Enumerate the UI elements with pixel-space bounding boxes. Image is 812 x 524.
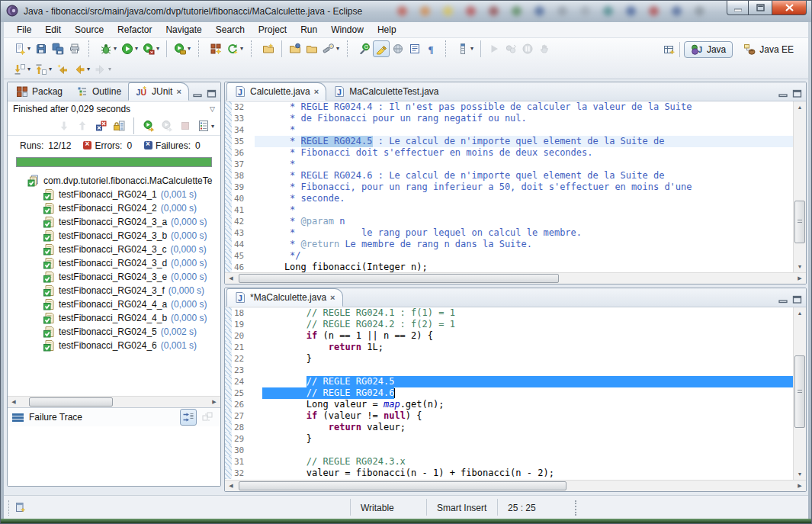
test-row[interactable]: testFibonacci_RG024_1(0,001 s) <box>8 188 220 201</box>
annotation-ruler[interactable] <box>225 204 232 216</box>
stop-junit-button[interactable] <box>177 117 194 134</box>
annotation-ruler[interactable] <box>225 113 232 124</box>
annotation-ruler[interactable] <box>225 445 232 456</box>
code-line[interactable]: 45 */ <box>225 250 793 262</box>
annotation-ruler[interactable] <box>225 330 232 342</box>
junit-prev-fail-button[interactable] <box>74 117 91 134</box>
annotation-ruler[interactable] <box>225 182 232 193</box>
dropdown-arrow-icon[interactable]: ▾ <box>49 66 52 72</box>
code-text[interactable]: * <box>255 159 793 170</box>
maximize-button[interactable] <box>749 1 772 15</box>
code-text[interactable]: return 1L; <box>255 342 793 353</box>
test-suite-row[interactable]: com.dvp.tutoriel.fibonacci.MaCalculetteT… <box>8 174 220 188</box>
dropdown-arrow-icon[interactable]: ▾ <box>470 45 473 52</box>
close-button[interactable] <box>772 1 807 15</box>
menu-refactor[interactable]: Refactor <box>111 23 159 37</box>
code-text[interactable]: * @param n <box>255 216 793 227</box>
test-row[interactable]: testFibonacci_RG024_3_b(0,000 s) <box>8 229 220 243</box>
maximize-view-icon[interactable] <box>791 293 802 302</box>
open-folder-blue-button[interactable] <box>287 40 303 57</box>
annotation-ruler[interactable] <box>225 262 232 272</box>
top-editor-hscrollbar[interactable]: ◀ ▶ <box>225 272 806 284</box>
code-line[interactable]: 31 // REGLE RG024.3.x <box>225 456 793 468</box>
dropdown-arrow-icon[interactable]: ▾ <box>114 45 117 52</box>
annotation-ruler[interactable] <box>225 101 232 113</box>
rerun-failed-button[interactable] <box>159 117 175 134</box>
resume-button[interactable] <box>486 40 502 57</box>
forward-button[interactable]: ▾ <box>92 61 114 78</box>
step-gears-button[interactable] <box>502 40 519 57</box>
new-java-project-button[interactable] <box>207 40 224 57</box>
annotation-ruler[interactable] <box>225 159 232 170</box>
stack-trace-filter-button[interactable] <box>180 409 197 426</box>
code-text[interactable]: * <box>255 204 793 216</box>
code-text[interactable]: // REGLE RG024.5 <box>255 376 793 387</box>
tree-horizontal-scrollbar[interactable]: ◀ ▶ <box>8 396 220 407</box>
code-line[interactable]: 37 * <box>225 159 793 170</box>
close-tab-icon[interactable]: × <box>314 87 319 96</box>
dropdown-arrow-icon[interactable]: ▾ <box>188 45 191 52</box>
annotation-ruler[interactable] <box>225 422 232 433</box>
menu-window[interactable]: Window <box>324 23 371 37</box>
mark-occurrences-button[interactable] <box>373 40 390 57</box>
view-tab-outline[interactable]: Outline <box>69 82 128 101</box>
code-text[interactable]: * REGLE RG024.4 : Il n'est pas possible … <box>255 101 793 113</box>
open-perspective-button[interactable] <box>663 43 676 56</box>
annotation-ruler[interactable] <box>225 387 232 399</box>
top-editor-vscroll-thumb[interactable] <box>794 201 805 243</box>
annotation-ruler[interactable] <box>225 353 232 365</box>
scroll-right-icon[interactable]: ▶ <box>794 481 806 491</box>
dropdown-arrow-icon[interactable]: ▾ <box>135 45 138 52</box>
code-text[interactable] <box>255 445 793 456</box>
code-text[interactable]: Long fibonacci(Integer n); <box>255 262 793 272</box>
test-row[interactable]: testFibonacci_RG024_2(0,000 s) <box>8 201 220 215</box>
editor-tab-macalculettetest-java[interactable]: JMaCalculetteTest.java <box>326 82 445 101</box>
test-row[interactable]: testFibonacci_RG024_6(0,001 s) <box>8 339 220 352</box>
save-all-button[interactable] <box>50 40 66 57</box>
code-line[interactable]: 39 * Fibonacci, pour un rang inferieur a… <box>225 182 793 193</box>
menu-run[interactable]: Run <box>294 23 324 37</box>
junit-next-fail-button[interactable] <box>56 117 72 134</box>
annotation-ruler[interactable] <box>225 399 232 410</box>
suspend-button[interactable] <box>519 40 536 57</box>
code-text[interactable]: * REGLE RG024.5 : Le calcul de n'importe… <box>255 136 793 147</box>
bottom-editor-hscroll-thumb[interactable] <box>239 481 566 490</box>
statusbar-handle[interactable] <box>575 500 578 516</box>
maximize-view-icon[interactable] <box>206 87 217 96</box>
menu-file[interactable]: File <box>10 23 38 37</box>
column-ruler-button[interactable]: ▾ <box>454 40 476 57</box>
bottom-editor-text-area[interactable]: 18 // REGLE RG024.1 : f(1) = 119 // REGL… <box>225 307 793 480</box>
code-text[interactable]: Long valeur = map.get(n); <box>255 399 793 410</box>
editor-tab--macalculette-java[interactable]: J*MaCalculette.java× <box>226 288 343 307</box>
code-line[interactable]: 23 <box>225 365 793 376</box>
show-source-button[interactable] <box>406 40 423 57</box>
test-row[interactable]: testFibonacci_RG024_3_f(0,000 s) <box>8 284 220 297</box>
minimize-button[interactable] <box>727 1 749 15</box>
maximize-view-icon[interactable] <box>791 87 802 96</box>
dropdown-arrow-icon[interactable]: ▾ <box>240 45 243 52</box>
failure-trace-menu-icon[interactable] <box>12 413 24 422</box>
code-line[interactable]: 29 } <box>225 433 793 445</box>
drag-hand-button[interactable] <box>536 40 553 57</box>
bottom-editor-vscrollbar[interactable]: ▲ ▼ <box>793 307 806 480</box>
annotation-ruler[interactable] <box>225 468 232 479</box>
scroll-up-icon[interactable]: ▲ <box>794 307 806 319</box>
code-text[interactable]: if (n == 1 || n == 2) { <box>255 330 793 342</box>
perspective-java-button[interactable]: J Java <box>684 41 733 58</box>
code-text[interactable]: * <box>255 124 793 136</box>
search-button[interactable]: ▾ <box>320 40 342 57</box>
test-row[interactable]: testFibonacci_RG024_3_c(0,000 s) <box>8 243 220 256</box>
print-button[interactable] <box>66 40 83 57</box>
dropdown-arrow-icon[interactable]: ▾ <box>27 45 30 52</box>
top-editor-hscroll-thumb[interactable] <box>239 274 559 283</box>
test-row[interactable]: testFibonacci_RG024_4_b(0,000 s) <box>8 311 220 325</box>
rerun-button[interactable] <box>140 117 157 134</box>
perspective-javaee-button[interactable]: Java EE <box>737 41 801 58</box>
dropdown-arrow-icon[interactable]: ▾ <box>156 45 159 52</box>
annotation-ruler[interactable] <box>225 170 232 182</box>
code-line[interactable]: 28 return valeur; <box>225 422 793 433</box>
scroll-down-icon[interactable]: ▼ <box>794 468 806 480</box>
dropdown-arrow-icon[interactable]: ▾ <box>108 66 111 72</box>
code-line[interactable]: 24 // REGLE RG024.5 <box>225 376 793 387</box>
annotation-ruler[interactable] <box>225 147 232 159</box>
